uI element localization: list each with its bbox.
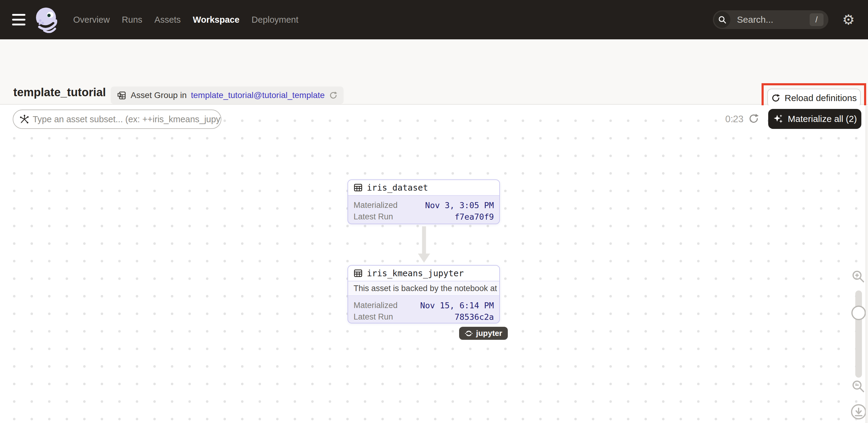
asset-description: This asset is backed by the notebook at … (348, 281, 499, 296)
latest-run-value[interactable]: 78536c2a (455, 312, 494, 322)
nav-item-deployment[interactable]: Deployment (252, 15, 299, 25)
asset-subset-filter[interactable] (13, 110, 221, 129)
nav-item-runs[interactable]: Runs (122, 15, 143, 25)
top-navigation-bar: Overview Runs Assets Workspace Deploymen… (0, 0, 868, 39)
graph-refresh-icon[interactable] (748, 113, 759, 124)
refresh-icon[interactable] (329, 91, 338, 99)
nav-item-workspace[interactable]: Workspace (193, 15, 240, 25)
search-input[interactable]: Search... / (713, 10, 828, 29)
download-view-icon[interactable] (850, 404, 867, 420)
asset-graph-filter-icon (19, 114, 30, 124)
asset-title: iris_dataset (367, 183, 428, 193)
search-shortcut-badge: / (810, 13, 824, 26)
compute-kind-tag-jupyter[interactable]: jupyter (459, 327, 508, 340)
latest-run-row: Latest Run 78536c2a (353, 311, 494, 323)
nav-item-overview[interactable]: Overview (73, 15, 110, 25)
dagster-logo-icon[interactable] (33, 6, 59, 33)
zoom-in-icon[interactable] (851, 270, 865, 283)
materialized-label: Materialized (353, 301, 398, 310)
table-icon (353, 183, 363, 192)
asset-subset-input[interactable] (33, 114, 221, 124)
jupyter-kind-icon (465, 329, 473, 338)
scrollbar-gutter[interactable] (866, 105, 868, 423)
settings-gear-icon[interactable]: ⚙ (842, 13, 855, 27)
latest-run-row: Latest Run f7ea70f9 (353, 211, 494, 222)
sparkle-icon (773, 114, 784, 124)
lineage-canvas[interactable]: 0:23 Materialize all (2) iris_dataset Ma (0, 105, 868, 423)
latest-run-label: Latest Run (353, 312, 393, 322)
table-icon (353, 269, 363, 278)
zoom-out-icon[interactable] (851, 380, 865, 393)
refresh-timer: 0:23 (725, 114, 743, 125)
latest-run-label: Latest Run (353, 212, 393, 221)
materialize-all-button[interactable]: Materialize all (2) (768, 109, 861, 129)
materialized-value[interactable]: Nov 15, 6:14 PM (420, 301, 494, 310)
asset-group-link[interactable]: template_tutorial@tutorial_template (191, 90, 324, 100)
nav-item-assets[interactable]: Assets (155, 15, 181, 25)
zoom-slider-knob[interactable] (851, 306, 866, 320)
asset-title: iris_kmeans_jupyter (367, 268, 464, 278)
search-placeholder: Search... (737, 14, 773, 25)
asset-node-iris-dataset[interactable]: iris_dataset Materialized Nov 3, 3:05 PM… (347, 179, 500, 224)
materialized-row: Materialized Nov 3, 3:05 PM (353, 200, 494, 211)
zoom-slider-track[interactable] (855, 291, 862, 377)
materialized-value[interactable]: Nov 3, 3:05 PM (425, 201, 494, 210)
materialize-all-label: Materialize all (2) (788, 114, 857, 124)
kind-tag-label: jupyter (476, 329, 502, 338)
page-header: template_tutorial Asset Group in templat… (0, 39, 868, 105)
materialized-label: Materialized (353, 201, 398, 210)
asset-group-label: Asset Group in (131, 90, 187, 100)
search-icon (714, 11, 731, 28)
page-title: template_tutorial (13, 86, 106, 99)
asset-group-icon (117, 90, 126, 100)
reload-definitions-label: Reload definitions (784, 93, 857, 103)
asset-group-breadcrumb: Asset Group in template_tutorial@tutoria… (111, 87, 344, 104)
materialized-row: Materialized Nov 15, 6:14 PM (353, 300, 494, 311)
reload-definitions-button[interactable]: Reload definitions (767, 89, 861, 108)
menu-hamburger-icon[interactable] (12, 14, 25, 25)
reload-icon (771, 93, 780, 102)
asset-node-iris-kmeans-jupyter[interactable]: iris_kmeans_jupyter This asset is backed… (347, 265, 500, 324)
primary-nav: Overview Runs Assets Workspace Deploymen… (73, 15, 299, 25)
lineage-edge-arrow (418, 226, 430, 263)
latest-run-value[interactable]: f7ea70f9 (455, 212, 494, 221)
